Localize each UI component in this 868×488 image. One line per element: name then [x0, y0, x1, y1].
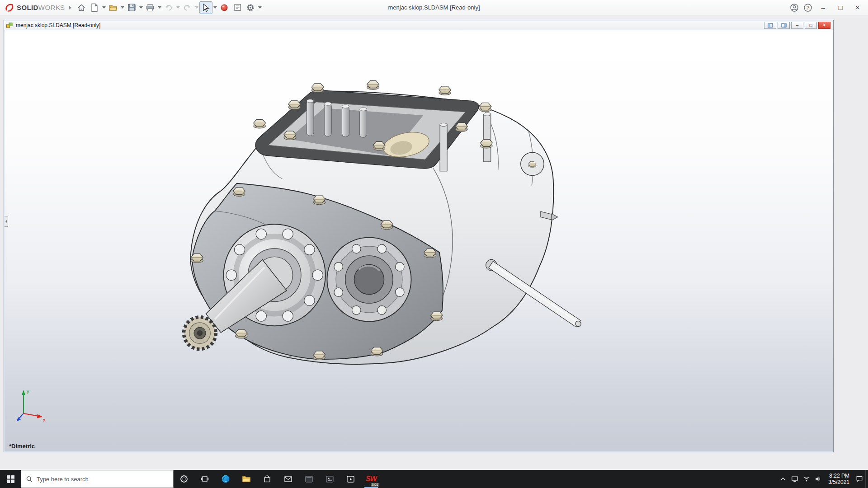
solidworks-app-button[interactable]: SW 2021 — [361, 470, 382, 488]
photos-app-button[interactable] — [319, 470, 340, 488]
gearbox-model — [5, 31, 833, 451]
cortana-icon — [180, 475, 188, 483]
properties-button[interactable] — [231, 1, 244, 14]
screenshot-app-button[interactable] — [298, 470, 319, 488]
new-document-button[interactable] — [88, 1, 101, 14]
home-icon — [77, 3, 86, 12]
display-tray-button[interactable] — [789, 470, 801, 488]
document-title: menjac sklop.SLDASM [Read-only] — [16, 22, 100, 28]
clock-time: 8:22 PM — [829, 473, 849, 479]
workspace: menjac sklop.SLDASM [Read-only] – □ — [0, 15, 868, 470]
account-button[interactable] — [788, 1, 801, 14]
search-input[interactable] — [37, 476, 168, 483]
app-maximize-button[interactable]: □ — [832, 1, 849, 14]
brand-solid: SOLID — [17, 4, 38, 11]
help-button[interactable]: ? — [801, 1, 815, 14]
open-caret[interactable] — [120, 1, 125, 14]
settings-button[interactable] — [244, 1, 257, 14]
3dexperience-button[interactable] — [218, 1, 231, 14]
y-axis-arrow — [22, 390, 25, 395]
new-document-caret[interactable] — [101, 1, 107, 14]
app-title: menjac sklop.SLDASM [Read-only] — [388, 4, 480, 11]
brand-works: WORKS — [38, 4, 65, 11]
window-arrange-button-right[interactable] — [778, 22, 790, 29]
open-button[interactable] — [107, 1, 120, 14]
save-button[interactable] — [125, 1, 138, 14]
svg-text:?: ? — [807, 5, 809, 10]
print-button[interactable] — [144, 1, 157, 14]
window-arrange-icon-left — [768, 23, 773, 28]
file-explorer-button[interactable] — [236, 470, 257, 488]
view-orientation-label: *Dimetric — [9, 443, 35, 450]
mail-icon — [284, 475, 292, 483]
window-arrange-icon-right — [781, 23, 787, 28]
orientation-triad: y x — [14, 387, 47, 423]
display-icon — [791, 475, 798, 483]
search-icon — [26, 476, 33, 483]
tray-overflow-button[interactable] — [777, 470, 789, 488]
select-tool-button[interactable] — [199, 1, 212, 14]
redo-caret[interactable] — [194, 1, 199, 14]
chevron-up-icon — [780, 476, 786, 482]
app-close-button[interactable]: × — [849, 1, 866, 14]
undo-icon — [164, 3, 173, 12]
network-tray-button[interactable] — [801, 470, 812, 488]
ds-logo-icon — [5, 3, 14, 13]
action-center-icon — [856, 475, 863, 483]
taskbar: SW 2021 — [0, 470, 868, 488]
red-sphere-icon — [220, 4, 228, 12]
select-tool-caret[interactable] — [212, 1, 218, 14]
settings-caret[interactable] — [257, 1, 263, 14]
window-arrange-button-left[interactable] — [764, 22, 776, 29]
document-window: menjac sklop.SLDASM [Read-only] – □ — [4, 20, 834, 452]
store-icon — [263, 475, 271, 483]
task-view-icon — [201, 475, 209, 483]
volume-icon — [815, 475, 822, 483]
system-tray: 8:22 PM 3/5/2021 — [777, 470, 868, 488]
taskbar-clock[interactable]: 8:22 PM 3/5/2021 — [824, 470, 854, 488]
start-icon — [7, 475, 14, 483]
cortana-button[interactable] — [174, 470, 194, 488]
print-caret[interactable] — [157, 1, 162, 14]
redo-icon — [183, 3, 192, 12]
action-center-button[interactable] — [854, 470, 865, 488]
save-caret[interactable] — [138, 1, 144, 14]
start-button[interactable] — [0, 470, 21, 488]
store-app-button[interactable] — [257, 470, 278, 488]
clock-date: 3/5/2021 — [828, 479, 849, 485]
featuremanager-collapsed-tab[interactable] — [5, 216, 8, 227]
show-desktop-button[interactable] — [865, 470, 868, 488]
volume-tray-button[interactable] — [812, 470, 824, 488]
doc-close-button[interactable]: × — [818, 22, 830, 29]
app-minimize-button[interactable]: – — [815, 1, 832, 14]
document-titlebar[interactable]: menjac sklop.SLDASM [Read-only] – □ — [4, 20, 833, 30]
home-button[interactable] — [75, 1, 88, 14]
account-icon — [790, 3, 799, 12]
select-arrow-icon — [202, 3, 210, 12]
movies-app-icon — [346, 475, 355, 483]
open-folder-icon — [108, 3, 118, 12]
doc-minimize-button[interactable]: – — [791, 22, 803, 29]
viewport-canvas[interactable]: y x *Dimetric — [5, 31, 833, 451]
edge-icon — [221, 474, 230, 483]
mail-app-button[interactable] — [278, 470, 298, 488]
undo-caret[interactable] — [175, 1, 181, 14]
taskbar-search[interactable] — [21, 470, 174, 488]
new-document-icon — [90, 3, 99, 12]
file-explorer-icon — [242, 474, 251, 483]
help-icon: ? — [803, 3, 812, 12]
solidworks-app-icon: SW — [366, 475, 377, 483]
task-view-button[interactable] — [194, 470, 215, 488]
movies-app-button[interactable] — [340, 470, 361, 488]
collapse-arrow-icon — [5, 220, 7, 223]
doc-restore-button[interactable]: □ — [805, 22, 817, 29]
settings-gear-icon — [246, 3, 255, 12]
assembly-document-icon — [6, 22, 13, 29]
redo-button[interactable] — [181, 1, 194, 14]
solidworks-screen: SOLIDWORKS — [0, 0, 868, 488]
toolbar-expand-icon[interactable] — [69, 5, 71, 10]
output-boss — [327, 238, 411, 322]
undo-button[interactable] — [162, 1, 175, 14]
brand-wordmark: SOLIDWORKS — [17, 4, 65, 11]
edge-app-button[interactable] — [215, 470, 236, 488]
